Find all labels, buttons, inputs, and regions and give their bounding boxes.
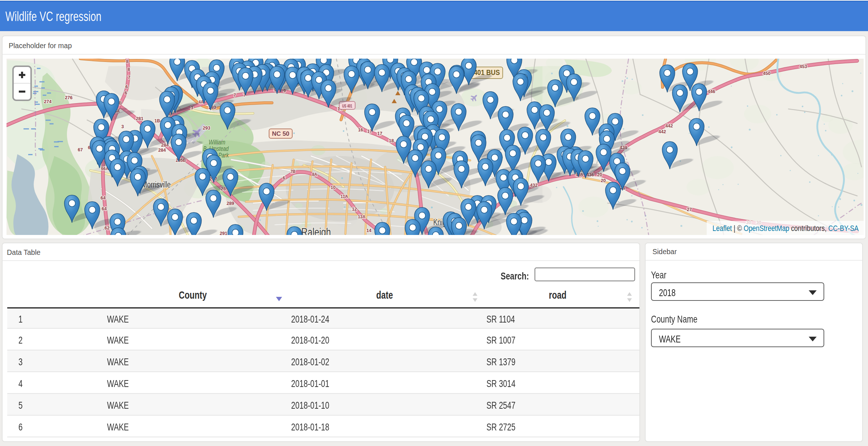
svg-text:446: 446 <box>708 89 715 94</box>
svg-text:10: 10 <box>331 185 336 190</box>
svg-text:7: 7 <box>234 92 236 98</box>
svg-text:17: 17 <box>377 131 382 136</box>
svg-text:11A: 11A <box>341 194 348 199</box>
svg-text:7B: 7B <box>290 169 295 174</box>
svg-text:442: 442 <box>659 129 666 134</box>
svg-text:8A: 8A <box>312 172 317 177</box>
svg-text:18: 18 <box>389 138 394 143</box>
svg-text:US 401: US 401 <box>342 103 352 109</box>
svg-text:291: 291 <box>220 231 227 235</box>
svg-text:1D: 1D <box>258 234 263 235</box>
svg-text:67: 67 <box>78 147 83 152</box>
svg-text:8: 8 <box>128 67 130 72</box>
svg-text:27: 27 <box>687 207 692 212</box>
svg-text:293: 293 <box>203 125 210 131</box>
svg-text:6: 6 <box>125 84 128 89</box>
svg-text:NC 50: NC 50 <box>272 130 289 137</box>
svg-text:13A: 13A <box>358 214 366 219</box>
svg-text:6: 6 <box>125 90 127 96</box>
svg-text:450: 450 <box>763 71 771 76</box>
svg-text:453: 453 <box>800 64 807 69</box>
svg-text:62: 62 <box>105 225 110 231</box>
svg-text:20: 20 <box>601 178 606 183</box>
svg-text:281: 281 <box>136 116 144 121</box>
svg-text:64: 64 <box>102 206 107 211</box>
svg-text:276: 276 <box>65 95 73 100</box>
svg-text:442: 442 <box>665 123 673 129</box>
svg-text:16: 16 <box>358 127 363 132</box>
svg-text:274: 274 <box>44 99 52 104</box>
svg-text:8: 8 <box>126 59 129 64</box>
svg-text:284: 284 <box>158 147 166 153</box>
svg-text:6: 6 <box>283 175 285 181</box>
svg-text:Leaflet | © OpenStreetMap cont: Leaflet | © OpenStreetMap contributors, … <box>712 224 859 233</box>
svg-text:Raleigh: Raleigh <box>301 226 331 235</box>
svg-text:14: 14 <box>366 228 371 233</box>
svg-text:289: 289 <box>227 201 234 206</box>
svg-text:64: 64 <box>101 195 106 201</box>
svg-text:7: 7 <box>128 75 131 80</box>
svg-text:3: 3 <box>122 124 124 129</box>
svg-text:12: 12 <box>352 206 357 212</box>
